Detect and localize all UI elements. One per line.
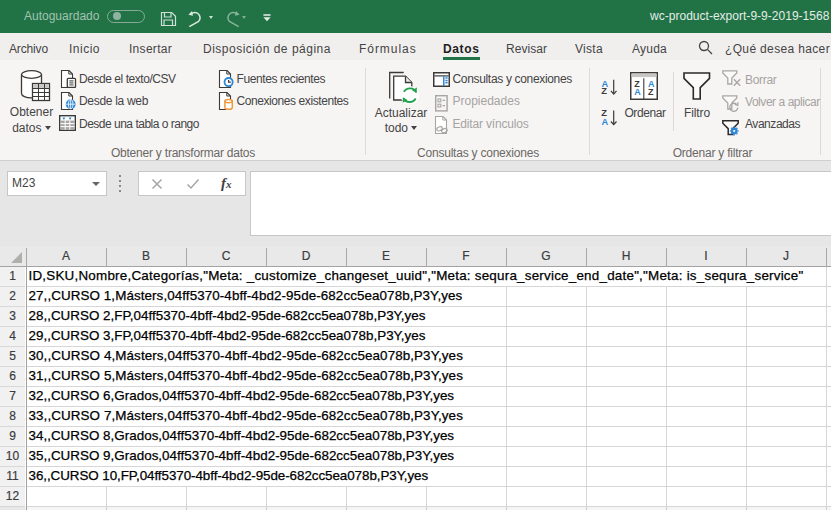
svg-text:Z: Z xyxy=(648,87,654,97)
svg-text:A: A xyxy=(601,117,608,127)
svg-text:Z: Z xyxy=(601,86,607,96)
svg-text:A: A xyxy=(634,87,641,97)
